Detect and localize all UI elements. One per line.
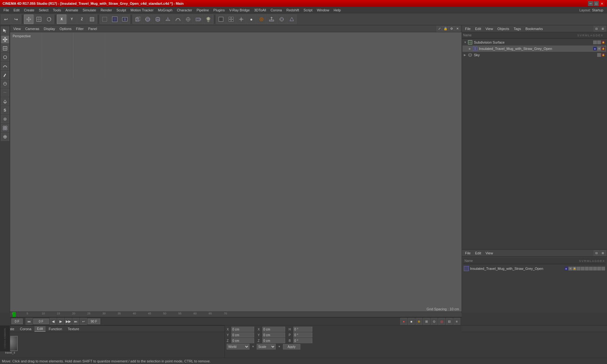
obj-mug-lock-icon[interactable]: 🔒 [601, 47, 605, 51]
props-v-icon[interactable]: 👁 [568, 267, 572, 270]
tool11-btn[interactable] [1, 115, 9, 123]
z-pos-input[interactable] [231, 338, 254, 343]
menu-window[interactable]: Window [315, 8, 331, 13]
menu-vray[interactable]: V-Ray Bridge [227, 8, 252, 13]
view1-button[interactable] [216, 15, 226, 24]
menu-animate[interactable]: Animate [63, 8, 80, 13]
mat-tab-edit[interactable]: Edit [34, 326, 46, 332]
tool10-btn[interactable]: S [1, 106, 9, 114]
props-r-icon[interactable]: 🔒 [573, 267, 576, 270]
props-panel-btn1[interactable]: ⊟ [594, 250, 599, 256]
timeline-btn6[interactable]: ⊟ [446, 318, 453, 325]
tool9-btn[interactable] [1, 97, 9, 106]
obj-sky-lock-icon[interactable]: 🔒 [601, 53, 605, 57]
magnet-button[interactable]: ● [247, 15, 256, 24]
props-x-icon[interactable] [601, 267, 605, 270]
object-mode-button[interactable]: X [57, 15, 66, 24]
expand-icon-mug[interactable]: ▶ [469, 47, 473, 50]
vp-menu-panel[interactable]: Panel [86, 26, 99, 31]
menu-tools[interactable]: Tools [51, 8, 63, 13]
x-size-input[interactable] [262, 327, 285, 332]
object-row-mug[interactable]: ▶ Insulated_Travel_Mug_with_Straw_Grey_O… [463, 46, 606, 52]
move-tool-btn[interactable] [1, 35, 9, 44]
vp-menu-filter[interactable]: Filter [74, 26, 85, 31]
object-row-subdivision[interactable]: ▼ Subdivision Surface 🔒 [463, 39, 606, 46]
mat-tab-texture[interactable]: Texture [65, 326, 82, 331]
sculpt-tool-btn[interactable] [1, 80, 9, 88]
mat-tab-function[interactable]: Function [46, 326, 64, 331]
loop-btn[interactable]: ↩ [80, 318, 87, 325]
obj-s-icon[interactable] [593, 40, 597, 44]
obj-panel-btn1[interactable]: ⊟ [594, 26, 599, 32]
props-menu-file[interactable]: File [463, 251, 473, 256]
vp-expand-icon[interactable]: ⤢ [437, 26, 442, 32]
cube-button[interactable] [133, 15, 142, 24]
timeline-btn4[interactable]: ⊙ [431, 318, 438, 325]
timeline-btn5[interactable]: ◎ [438, 318, 445, 325]
viewport-3d[interactable]: Perspective Grid Spacing : 10 cm [10, 32, 462, 313]
move-tool-button[interactable] [24, 15, 34, 24]
expand-icon-subdivision[interactable]: ▼ [464, 41, 468, 44]
obj-v-icon[interactable] [597, 40, 601, 44]
props-menu-view[interactable]: View [484, 251, 495, 256]
vp-menu-view[interactable]: View [11, 26, 23, 31]
point-mode-button[interactable]: Y [67, 15, 77, 24]
apply-button[interactable]: Apply [283, 344, 300, 349]
tool8-btn[interactable]: ⋯ [1, 88, 9, 97]
menu-redshift[interactable]: Redshift [284, 8, 301, 13]
vp-close-icon[interactable]: ✕ [455, 26, 460, 32]
props-s-icon[interactable]: ■ [564, 267, 568, 270]
props-d-icon[interactable] [593, 267, 597, 270]
plane-button[interactable] [163, 15, 173, 24]
obj-mug-s-icon[interactable]: ■ [593, 47, 597, 51]
menu-mograph[interactable]: MoGraph [156, 8, 175, 13]
cylinder-button[interactable] [153, 15, 162, 24]
y-pos-input[interactable] [231, 332, 254, 337]
timeline-btn3[interactable]: ⊞ [423, 318, 430, 325]
step-back-btn[interactable]: ◀ [50, 318, 57, 325]
vp-menu-options[interactable]: Options [58, 26, 73, 31]
expand-icon-sky[interactable]: ▶ [464, 53, 468, 57]
timeline-btn7[interactable]: ≡ [453, 318, 460, 325]
render-picture-button[interactable] [120, 15, 130, 24]
menu-plugins[interactable]: Plugins [211, 8, 227, 13]
menu-sculpt[interactable]: Sculpt [114, 8, 128, 13]
current-frame-input[interactable] [11, 318, 23, 324]
deform-tool-btn[interactable] [1, 62, 9, 70]
obj-menu-bookmarks[interactable]: Bookmarks [524, 26, 545, 31]
z-size-input[interactable] [262, 338, 285, 343]
goto-start-btn[interactable]: ⏮ [26, 318, 33, 325]
vp-menu-cameras[interactable]: Cameras [23, 26, 41, 31]
obj-menu-objects[interactable]: Objects [495, 26, 511, 31]
h-input[interactable] [293, 327, 312, 332]
menu-corona[interactable]: Corona [268, 8, 284, 13]
props-panel-btn2[interactable]: ⊞ [600, 250, 606, 256]
p-input[interactable] [293, 332, 312, 337]
menu-help[interactable]: Help [331, 8, 343, 13]
floor-button[interactable] [267, 15, 276, 24]
edge-mode-button[interactable]: Z [77, 15, 87, 24]
menu-edit[interactable]: Edit [11, 8, 22, 13]
world-select[interactable]: World Object [227, 344, 249, 349]
stop-btn[interactable]: ■ [408, 318, 415, 325]
snap-button[interactable] [236, 15, 246, 24]
obj-sky-s-icon[interactable] [597, 53, 601, 57]
null-button[interactable] [183, 15, 193, 24]
view4-button[interactable] [226, 15, 236, 24]
icon2-button[interactable] [287, 15, 297, 24]
undo-button[interactable]: ↩ [1, 15, 11, 24]
b-input[interactable] [293, 338, 312, 343]
tool13-btn[interactable] [1, 133, 9, 141]
props-g-icon[interactable] [589, 267, 593, 270]
menu-create[interactable]: Create [22, 8, 37, 13]
menu-simulate[interactable]: Simulate [80, 8, 98, 13]
menu-select[interactable]: Select [37, 8, 51, 13]
obj-menu-tags[interactable]: Tags [512, 26, 523, 31]
menu-character[interactable]: Character [175, 8, 194, 13]
mat-tab-corona[interactable]: Corona [17, 326, 34, 331]
vp-menu-display[interactable]: Display [42, 26, 57, 31]
obj-panel-btn2[interactable]: ⊞ [600, 26, 606, 32]
camera-button[interactable] [193, 15, 203, 24]
props-selected-object-row[interactable]: Insulated_Travel_Mug_with_Straw_Grey_Ope… [463, 265, 606, 272]
menu-pipeline[interactable]: Pipeline [194, 8, 211, 13]
